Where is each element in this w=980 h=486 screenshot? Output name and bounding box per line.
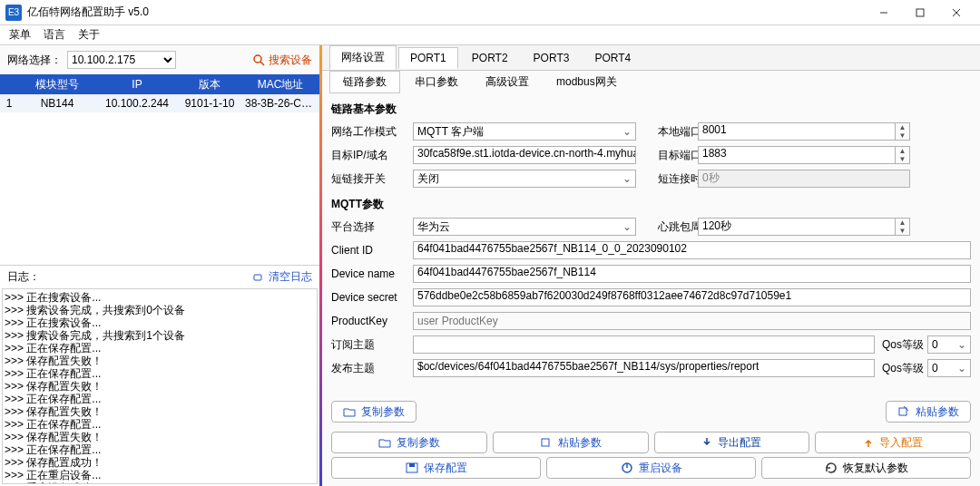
platform-select[interactable]: 华为云⌄: [413, 218, 636, 236]
restore-default-button[interactable]: 恢复默认参数: [761, 457, 971, 479]
heartbeat-input[interactable]: 120秒▲▼: [698, 218, 910, 236]
svg-rect-7: [899, 408, 906, 415]
edit-icon: [540, 437, 553, 448]
save-config-button[interactable]: 保存配置: [331, 457, 541, 479]
paste-params-button[interactable]: 粘贴参数: [886, 401, 971, 423]
menubar: 菜单 语言 关于: [0, 25, 980, 45]
heartbeat-label: 心跳包周期: [640, 219, 694, 235]
target-port-input[interactable]: 1883▲▼: [698, 146, 910, 164]
svg-rect-9: [542, 439, 549, 446]
sub-tabs: 链路参数 串口参数 高级设置 modbus网关: [322, 71, 980, 92]
folder-icon: [378, 437, 391, 448]
subtab-serial-params[interactable]: 串口参数: [402, 72, 471, 92]
folder-icon: [343, 406, 356, 417]
section-link-basic: 链路基本参数: [331, 96, 971, 121]
import-icon: [863, 437, 874, 448]
tab-port1[interactable]: PORT1: [398, 47, 458, 69]
copy-params-button[interactable]: 复制参数: [331, 401, 416, 423]
short-time-value: 0秒: [698, 170, 910, 188]
search-device-button[interactable]: 搜索设备: [252, 53, 312, 68]
network-select[interactable]: 10.100.2.175: [67, 51, 176, 69]
maximize-button[interactable]: [902, 0, 938, 24]
device-table-header: 模块型号 IP 版本 MAC地址: [0, 74, 319, 94]
section-mqtt: MQTT参数: [331, 191, 971, 216]
pub-qos-select[interactable]: 0⌄: [927, 359, 971, 377]
app-icon: E3: [5, 5, 22, 21]
reboot-device-button[interactable]: 重启设备: [546, 457, 756, 479]
search-icon: [252, 53, 265, 66]
device-name-label: Device name: [331, 267, 409, 280]
tab-port4[interactable]: PORT4: [583, 47, 642, 69]
bottom-paste-button[interactable]: 粘贴参数: [493, 432, 649, 453]
platform-label: 平台选择: [331, 219, 409, 235]
chevron-down-icon: ⌄: [622, 125, 632, 138]
device-secret-label: Device secret: [331, 291, 409, 304]
subtab-modbus[interactable]: modbus网关: [544, 72, 630, 92]
work-mode-select[interactable]: MQTT 客户端⌄: [413, 122, 636, 141]
export-icon: [701, 437, 712, 448]
svg-rect-1: [916, 9, 924, 16]
tab-network-settings[interactable]: 网络设置: [329, 45, 397, 70]
menu-item-menu[interactable]: 菜单: [9, 27, 31, 43]
clear-log-button[interactable]: 清空日志: [252, 269, 312, 285]
menu-item-about[interactable]: 关于: [78, 27, 100, 43]
local-port-input[interactable]: 8001▲▼: [698, 122, 910, 141]
sub-topic-input[interactable]: [413, 335, 875, 354]
device-table-row[interactable]: 1 NB144 10.100.2.244 9101-1-10 38-3B-26-…: [0, 94, 319, 112]
refresh-icon: [825, 462, 838, 473]
tab-port2[interactable]: PORT2: [460, 47, 520, 69]
log-output[interactable]: 正在搜索设备... 搜索设备完成，共搜索到0个设备 正在搜索设备... 搜索设备…: [2, 288, 318, 484]
pub-topic-label: 发布主题: [331, 361, 409, 376]
work-mode-label: 网络工作模式: [331, 124, 409, 140]
short-conn-label: 短链接开关: [331, 171, 409, 187]
edit-icon: [897, 406, 910, 417]
power-icon: [621, 462, 633, 474]
network-select-label: 网络选择：: [7, 53, 62, 68]
window-titlebar: E3 亿佰特网络配置助手 v5.0: [0, 0, 980, 25]
local-port-label: 本地端口: [640, 124, 694, 140]
chevron-down-icon: ⌄: [622, 220, 632, 233]
eraser-icon: [252, 272, 265, 283]
product-key-label: ProductKey: [331, 315, 409, 327]
minimize-button[interactable]: [866, 0, 902, 24]
svg-point-4: [254, 55, 261, 63]
sub-qos-select[interactable]: 0⌄: [927, 335, 971, 354]
short-conn-select[interactable]: 关闭⌄: [413, 170, 636, 188]
sub-topic-label: 订阅主题: [331, 337, 409, 353]
close-button[interactable]: [938, 0, 975, 24]
product-key-input[interactable]: [413, 312, 971, 330]
device-secret-input[interactable]: 576ddbe0e2c58b6859ab7f620030d249f8768ff0…: [413, 288, 971, 306]
chevron-down-icon: ⌄: [622, 172, 632, 185]
short-time-label: 短连接时间: [640, 171, 694, 187]
export-config-button[interactable]: 导出配置: [654, 432, 810, 453]
bottom-copy-button[interactable]: 复制参数: [331, 432, 487, 453]
subtab-advanced[interactable]: 高级设置: [473, 72, 542, 92]
target-ip-input[interactable]: 30fca58f9e.st1.iotda-device.cn-north-4.m…: [413, 146, 636, 164]
save-icon: [406, 462, 418, 473]
target-port-label: 目标端口: [640, 148, 694, 163]
svg-line-5: [260, 62, 264, 65]
client-id-input[interactable]: 64f041bad4476755bae2567f_NB114_0_0_20230…: [413, 241, 971, 259]
device-name-input[interactable]: 64f041bad4476755bae2567f_NB114: [413, 265, 971, 283]
main-tabs: 网络设置 PORT1 PORT2 PORT3 PORT4: [322, 45, 980, 71]
log-label: 日志：: [7, 269, 40, 285]
svg-rect-11: [409, 463, 415, 467]
subtab-link-params[interactable]: 链路参数: [329, 71, 400, 93]
tab-port3[interactable]: PORT3: [522, 47, 582, 69]
menu-item-language[interactable]: 语言: [44, 27, 65, 43]
client-id-label: Client ID: [331, 244, 409, 257]
import-config-button[interactable]: 导入配置: [815, 432, 971, 453]
pub-topic-input[interactable]: $oc/devices/64f041bad4476755bae2567f_NB1…: [413, 359, 875, 377]
svg-rect-6: [254, 275, 261, 280]
target-ip-label: 目标IP/域名: [331, 148, 409, 163]
window-title: 亿佰特网络配置助手 v5.0: [27, 5, 149, 20]
sub-qos-label: Qos等级: [878, 337, 924, 353]
pub-qos-label: Qos等级: [878, 361, 924, 376]
